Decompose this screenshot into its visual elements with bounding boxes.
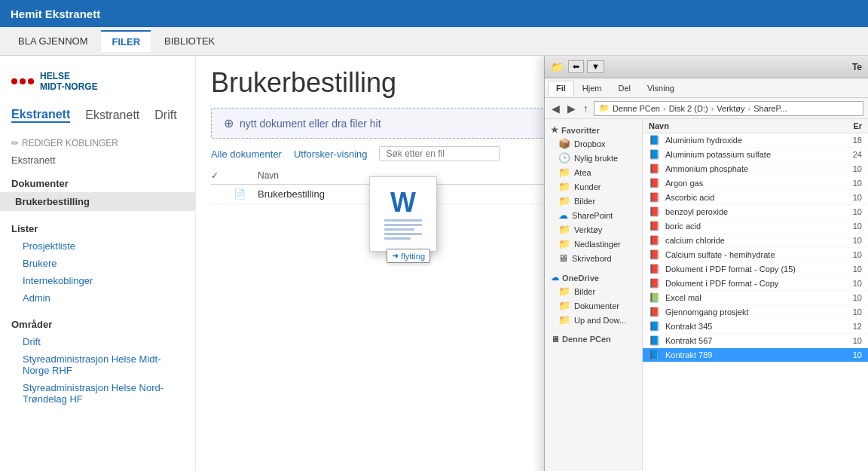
explorer-up-btn[interactable]: ↑	[581, 102, 591, 115]
edit-links-button[interactable]: ✏ REDIGER KOBLINGER	[11, 138, 118, 148]
dokumenter-od-icon: 📁	[558, 300, 570, 311]
logo-dots	[11, 78, 34, 84]
addr-denne-pcen: Denne PCen	[613, 104, 660, 113]
tab-filer[interactable]: FILER	[101, 30, 151, 52]
exp-sidebar-skrivebord[interactable]: 🖥 Skrivebord	[545, 251, 642, 265]
explorer-back-btn[interactable]: ◀	[549, 102, 562, 115]
explorer-titlebar: 📁 ⬅ ▼ Te	[545, 56, 868, 78]
skrivebord-icon: 🖥	[558, 252, 568, 264]
file-row-pdf-copy[interactable]: 📕 Dokument i PDF format - Copy 10	[643, 277, 868, 291]
sidebar-item-drift[interactable]: Drift	[0, 333, 195, 350]
word-line-3	[384, 228, 414, 231]
tab-bla-gjennom[interactable]: BLA GJENNOM	[8, 31, 98, 51]
exp-sidebar-bilder[interactable]: 📁 Bilder	[545, 194, 642, 208]
sidebar-item-brukere[interactable]: Brukere	[0, 255, 195, 272]
file-row-aluminium-hydroxide[interactable]: 📘 Aluminium hydroxide 18	[643, 133, 868, 148]
file-row-benzoyl[interactable]: 📕 benzoyl peroxide 10	[643, 205, 868, 219]
exp-sidebar-updown[interactable]: 📁 Up and Dow...	[545, 313, 642, 327]
sidebar-item-styreadmin-nord[interactable]: Styreadministrasjon Helse Nord-Trøndelag…	[0, 379, 195, 408]
sharepoint-icon: ☁	[558, 210, 568, 221]
file-row-kontrakt-567[interactable]: 📘 Kontrakt 567 10	[643, 334, 868, 348]
exp-sidebar-verktoy[interactable]: 📁 Verktøy	[545, 222, 642, 237]
sidebar-item-admin[interactable]: Admin	[0, 289, 195, 307]
logo-text: HELSE MIDT-NORGE	[40, 71, 98, 93]
explorer-file-list: Navn Er 📘 Aluminium hydroxide 18 📘 Alumi…	[643, 119, 868, 471]
exp-sidebar-nylig[interactable]: 🕒 Nylig brukte	[545, 151, 642, 165]
main-layout: HELSE MIDT-NORGE Ekstranett Ekstranett D…	[0, 56, 868, 471]
verktoy-folder-icon: 📁	[558, 224, 570, 235]
move-cursor-label: ➜ flytting	[387, 249, 430, 263]
exp-sidebar-kunder[interactable]: 📁 Kunder	[545, 179, 642, 194]
file-row-kontrakt-789[interactable]: 📘 Kontrakt 789 10	[643, 348, 868, 362]
word-file-icon-k567: 📘	[649, 335, 662, 346]
explorer-fwd-toolbar-btn[interactable]: ▼	[587, 60, 604, 73]
file-row-excel[interactable]: 📗 Excel mal 10	[643, 291, 868, 305]
explorer-back-toolbar-btn[interactable]: ⬅	[568, 60, 584, 73]
exp-sidebar-atea[interactable]: 📁 Atea	[545, 165, 642, 179]
top-nav: Ekstranett Ekstranett Drift ✏ REDIGER KO…	[0, 104, 195, 154]
exp-sidebar-onedrive[interactable]: ☁ OneDrive	[545, 270, 642, 284]
explorer-view-link[interactable]: Utforsker-visning	[294, 148, 368, 160]
pdf-file-icon-argon: 📕	[649, 178, 662, 188]
explorer-tab-hjem[interactable]: Hjem	[574, 81, 610, 96]
addr-disk: Disk 2 (D:)	[669, 104, 708, 113]
file-row-boric[interactable]: 📕 boric acid 10	[643, 219, 868, 234]
file-row-aluminium-potassium[interactable]: 📘 Aluminium potassium sulfate 24	[643, 148, 868, 162]
exp-sidebar-sharepoint[interactable]: ☁ SharePoint	[545, 208, 642, 222]
explorer-forward-btn[interactable]: ▶	[565, 102, 578, 115]
file-row-gjennomgang[interactable]: 📕 Gjennomgang prosjekt 10	[643, 305, 868, 320]
all-docs-link[interactable]: Alle dokumenter	[211, 148, 282, 160]
addr-sharep: ShareP...	[753, 104, 787, 113]
exp-sidebar-denne-pcen[interactable]: 🖥 Denne PCen	[545, 332, 642, 345]
explorer-tab-del[interactable]: Del	[610, 81, 640, 96]
breadcrumb: Ekstranett	[0, 154, 195, 172]
file-row-calcium-chloride[interactable]: 📕 calcium chloride 10	[643, 234, 868, 248]
pencil-icon: ✏	[11, 138, 19, 148]
exp-sidebar-dokumenter-od[interactable]: 📁 Dokumenter	[545, 298, 642, 313]
file-row-ammonium[interactable]: 📕 Ammonium phosphate 10	[643, 162, 868, 176]
atea-folder-icon: 📁	[558, 167, 570, 178]
search-input[interactable]	[379, 146, 500, 161]
file-row-ascorbic[interactable]: 📕 Ascorbic acid 10	[643, 191, 868, 205]
sidebar-item-prosjektliste[interactable]: Prosjektliste	[0, 237, 195, 255]
exp-sidebar-dropbox[interactable]: 📦 Dropbox	[545, 136, 642, 151]
exp-sidebar-favoritter[interactable]: ★ Favoritter	[545, 122, 642, 136]
word-doc-lines	[384, 219, 422, 240]
pdf-file-icon-cacl: 📕	[649, 235, 662, 246]
exp-sidebar-bilder-od[interactable]: 📁 Bilder	[545, 284, 642, 298]
explorer-window-title: Te	[852, 62, 862, 72]
pdf-file-icon-ascorbic: 📕	[649, 192, 662, 203]
explorer-body: ★ Favoritter 📦 Dropbox 🕒 Nylig brukte 📁 …	[545, 119, 868, 471]
pdf-file-icon-boric: 📕	[649, 221, 662, 231]
sidebar-item-internekoblinger[interactable]: Internekoblinger	[0, 272, 195, 289]
sidebar-item-styreadmin-midt[interactable]: Styreadministrasjon Helse Midt-Norge RHF	[0, 350, 195, 379]
explorer-tab-visning[interactable]: Visning	[639, 81, 683, 96]
exp-sidebar-nedlastinger[interactable]: 📁 Nedlastinger	[545, 237, 642, 251]
section-lister: Lister	[0, 217, 195, 237]
pdf-file-icon-copy: 📕	[649, 278, 662, 289]
nav-link-drift[interactable]: Drift	[154, 109, 176, 122]
onedrive-icon: ☁	[551, 273, 559, 283]
dropbox-icon: 📦	[558, 138, 570, 149]
col-name-header: Navn	[649, 121, 824, 130]
file-row-kontrakt-345[interactable]: 📘 Kontrakt 345 12	[643, 320, 868, 334]
section-dokumenter: Dokumenter	[0, 172, 195, 192]
logo-dot-red3	[28, 78, 34, 84]
tab-bibliotek[interactable]: BIBLIOTEK	[154, 31, 225, 51]
file-row-argon[interactable]: 📕 Argon gas 10	[643, 176, 868, 191]
pdf-file-icon-copy15: 📕	[649, 264, 662, 274]
explorer-address-bar[interactable]: 📁 Denne PCen › Disk 2 (D:) › Verktøy › S…	[594, 101, 863, 116]
nav-link-ekstranett-active[interactable]: Ekstranett	[11, 108, 70, 123]
sidebar: HELSE MIDT-NORGE Ekstranett Ekstranett D…	[0, 56, 196, 471]
word-line-5	[384, 237, 411, 240]
file-row-calcium-sulfate[interactable]: 📕 Calcium sulfate - hemihydrate 10	[643, 248, 868, 262]
word-line-2	[384, 224, 422, 226]
updown-folder-icon: 📁	[558, 314, 570, 326]
file-row-pdf-copy15[interactable]: 📕 Dokument i PDF format - Copy (15) 10	[643, 262, 868, 277]
nav-link-ekstranett[interactable]: Ekstranett	[85, 109, 139, 122]
sidebar-item-brukerbestilling[interactable]: Brukerbestilling	[0, 192, 195, 211]
explorer-ribbon: Fil Hjem Del Visning	[545, 78, 868, 98]
explorer-tab-fil[interactable]: Fil	[548, 81, 574, 96]
addr-verktoy: Verktøy	[717, 104, 744, 113]
logo-dot-red	[11, 78, 17, 84]
